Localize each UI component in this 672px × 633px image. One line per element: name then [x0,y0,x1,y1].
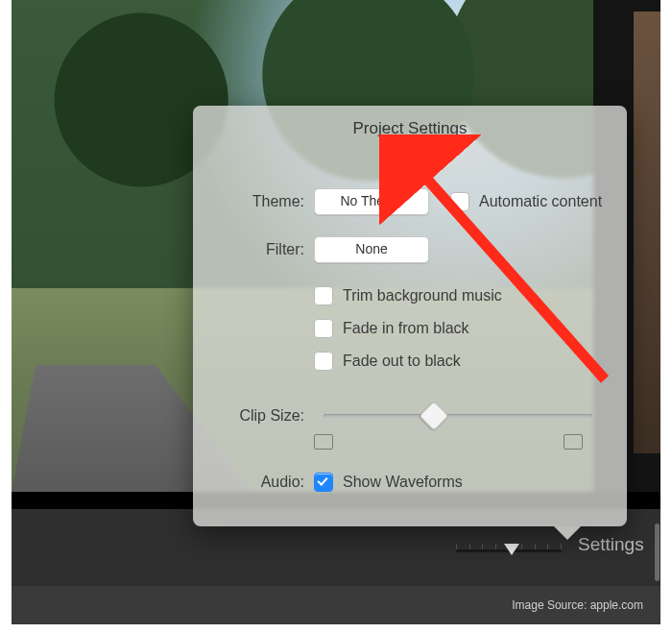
theme-label: Theme: [193,193,314,210]
theme-select[interactable]: No Theme [314,188,429,215]
trim-bg-music-checkbox[interactable] [314,286,333,305]
trim-bg-music-label: Trim background music [343,287,502,304]
show-waveforms-label: Show Waveforms [343,474,463,491]
project-settings-popover: Project Settings 1080p Theme: No Theme A… [193,106,627,526]
fade-in-checkbox[interactable] [314,319,333,338]
vertical-scrollbar[interactable] [655,523,660,581]
image-credit-text: Image Source: apple.com [512,598,643,612]
screenshot-root: Settings Image Source: apple.com Project… [0,0,672,633]
fade-in-label: Fade in from black [343,320,469,337]
popover-title: Project Settings [193,119,627,138]
audio-label: Audio: [193,474,314,491]
image-credit-bar: Image Source: apple.com [12,586,660,624]
filter-select[interactable]: None [314,236,429,263]
clip-size-slider[interactable] [324,403,592,428]
clip-size-icons [314,434,583,450]
clip-size-track [324,414,592,418]
fade-out-label: Fade out to black [343,353,461,370]
zoom-slider-thumb[interactable] [504,544,519,555]
resolution-badge[interactable]: 1080p [379,144,441,163]
automatic-content-checkbox[interactable] [450,192,469,211]
settings-button[interactable]: Settings [578,534,644,555]
clip-size-small-icon [314,434,333,450]
clip-size-large-icon [564,434,583,450]
filter-label: Filter: [193,241,314,258]
show-waveforms-checkbox[interactable] [314,473,333,492]
clip-size-label: Clip Size: [193,407,314,425]
clip-size-thumb[interactable] [419,401,448,430]
viewer-right-thumbnail [634,12,660,453]
zoom-slider[interactable] [456,542,562,561]
fade-out-checkbox[interactable] [314,352,333,371]
automatic-content-label: Automatic content [479,193,602,210]
